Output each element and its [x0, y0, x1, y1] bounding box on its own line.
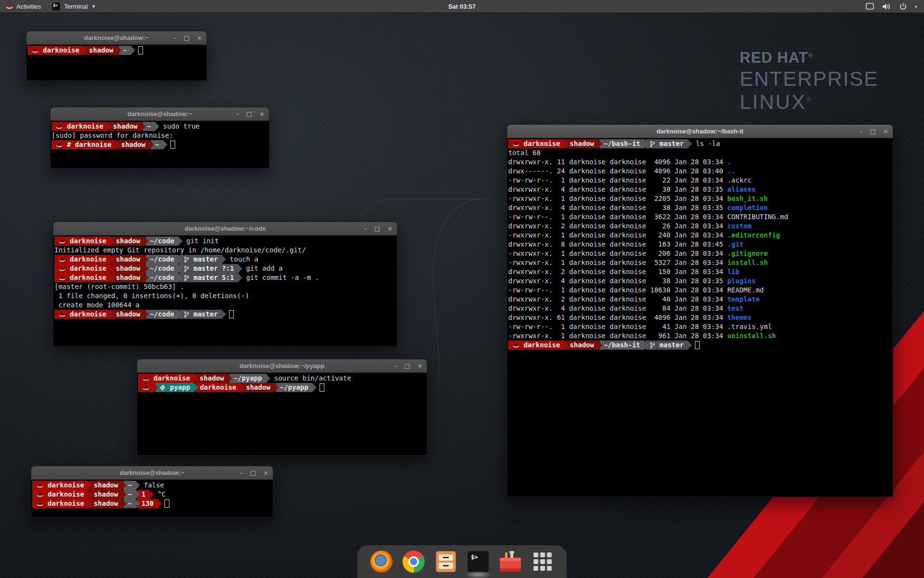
minimize-button[interactable]: –	[394, 363, 397, 369]
terminal-window[interactable]: darknoise@shadow:~ – □ × darknoiseshadow…	[26, 31, 207, 81]
terminal-line: darknoiseshadow~/pyappsource bin/activat…	[138, 374, 427, 383]
window-titlebar[interactable]: darknoise@shadow:~/pyapp – □ ×	[137, 359, 427, 373]
maximize-button[interactable]: □	[374, 225, 380, 232]
redhat-icon	[59, 257, 65, 262]
terminal-line: -rw-rw-r--. 1 darknoise darknoise 3622 J…	[508, 212, 893, 222]
terminal-window[interactable]: darknoise@shadow:~ – □ × darknoiseshadow…	[31, 466, 273, 518]
redhat-icon	[59, 266, 65, 271]
minimize-button[interactable]: –	[860, 128, 863, 134]
system-tray: ▾	[866, 0, 924, 13]
terminal-line: -rwxrwxr-x. 1 darknoise darknoise 5327 J…	[508, 258, 893, 267]
close-button[interactable]: ×	[883, 128, 888, 134]
window-titlebar[interactable]: darknoise@shadow:~/code – □ ×	[53, 222, 397, 236]
dock-item-terminal[interactable]: $>	[467, 550, 490, 573]
minimize-button[interactable]: –	[240, 470, 243, 476]
terminal-line: drwxrwxr-x. 61 darknoise darknoise 4096 …	[508, 313, 893, 322]
rhel-branding: RED HAT® ENTERPRISE LINUX®	[740, 50, 878, 112]
window-titlebar[interactable]: darknoise@shadow:~/bash-it – □ ×	[507, 125, 893, 138]
maximize-button[interactable]: □	[184, 35, 190, 41]
terminal-line: drwxrwxr-x. 2 darknoise darknoise 26 Jan…	[508, 222, 893, 231]
power-icon[interactable]	[899, 3, 907, 10]
activities-button[interactable]: Activities	[0, 0, 47, 13]
terminal-text: -rwxrwxr-x. 1 darknoise darknoise 2205 J…	[508, 194, 727, 203]
terminal-content[interactable]: darknoiseshadow~/bash-itmasterls -latota…	[507, 138, 893, 497]
close-button[interactable]: ×	[259, 111, 265, 117]
terminal-text: git commit -a -m .	[246, 273, 319, 282]
terminal-window[interactable]: darknoise@shadow:~/code – □ × darknoises…	[53, 222, 398, 347]
prompt-segment-host: shadow	[112, 273, 149, 282]
brand-line-2: ENTERPRISE	[740, 69, 878, 89]
terminal-text: total 68	[508, 148, 540, 158]
terminal-content[interactable]: darknoiseshadow~falsedarknoiseshadow~1^C…	[31, 480, 273, 517]
app-menu-terminal[interactable]: $> Terminal ▼	[47, 0, 101, 13]
prompt-segment-user: darknoise	[138, 374, 198, 383]
volume-icon[interactable]	[882, 3, 891, 10]
terminal-line: -rwxrwxr-x. 1 darknoise darknoise 240 Ja…	[508, 231, 893, 240]
maximize-button[interactable]: □	[404, 363, 410, 369]
dock-item-toolbox[interactable]	[499, 550, 522, 573]
terminal-text: -rw-rw-r--. 1 darknoise darknoise 3622 J…	[508, 212, 788, 222]
terminal-text: git init	[186, 236, 218, 246]
dock-item-files[interactable]	[435, 550, 458, 573]
terminal-line: create mode 100644 a	[54, 301, 397, 310]
redhat-icon	[37, 483, 43, 488]
terminal-text: drwxrwxr-x. 4 darknoise darknoise 38 Jan…	[508, 203, 727, 212]
dock-item-firefox[interactable]	[370, 550, 393, 573]
chevron-down-icon[interactable]: ▾	[915, 4, 917, 9]
terminal-app-icon: $>	[51, 2, 61, 11]
maximize-button[interactable]: □	[246, 111, 252, 117]
maximize-button[interactable]: □	[250, 470, 256, 476]
chrome-icon	[403, 551, 425, 573]
close-button[interactable]: ×	[387, 225, 393, 232]
dock: $>	[358, 545, 567, 578]
dock-item-app-grid[interactable]	[531, 550, 554, 573]
clock[interactable]: Sat 03:57	[448, 3, 475, 10]
terminal-content[interactable]: darknoiseshadow~sudo true[sudo] password…	[51, 121, 269, 168]
maximize-button[interactable]: □	[870, 128, 876, 134]
terminal-text: drwxrwxr-x. 2 darknoise darknoise 40 Jan…	[508, 295, 727, 304]
prompt-segment-exit: 130	[137, 499, 162, 508]
window-title: darknoise@shadow:~/bash-it	[656, 128, 744, 135]
minimize-button[interactable]: –	[236, 111, 239, 117]
redhat-icon	[56, 142, 63, 147]
minimize-button[interactable]: –	[364, 225, 367, 232]
close-button[interactable]: ×	[417, 363, 423, 369]
terminal-line: darknoiseshadow~/bash-itmaster	[508, 341, 893, 350]
prompt-segment-host: shadow	[90, 499, 127, 508]
prompt-segment-path: ~/bash-it	[599, 341, 648, 350]
redhat-icon	[59, 238, 65, 244]
terminal-cursor	[165, 499, 169, 508]
screen-icon[interactable]	[866, 3, 874, 10]
terminal-window[interactable]: darknoise@shadow:~/bash-it – □ × darknoi…	[507, 124, 893, 497]
prompt-segment-user: darknoise	[54, 310, 115, 319]
dock-item-chrome[interactable]	[402, 550, 425, 573]
terminal-line: darknoiseshadow~false	[32, 481, 273, 490]
prompt-segment-host: shadow	[109, 122, 146, 131]
minimize-button[interactable]: –	[173, 35, 177, 41]
prompt-segment-user: darknoise	[195, 383, 244, 392]
window-titlebar[interactable]: darknoise@shadow:~ – □ ×	[26, 31, 206, 45]
close-button[interactable]: ×	[197, 35, 202, 41]
terminal-content[interactable]: darknoiseshadow~/codegit initInitialized…	[53, 236, 397, 346]
terminal-line: drwxrwxr-x. 8 darknoise darknoise 163 Ja…	[508, 240, 893, 249]
window-title: darknoise@shadow:~	[84, 34, 149, 41]
window-titlebar[interactable]: darknoise@shadow:~ – □ ×	[31, 466, 273, 480]
toolbox-icon	[500, 551, 522, 573]
terminal-line: drwxrwxr-x. 11 darknoise darknoise 4096 …	[508, 158, 893, 167]
app-menu-label: Terminal	[64, 3, 88, 10]
terminal-text: drwxrwxr-x. 61 darknoise darknoise 4096 …	[508, 313, 727, 322]
terminal-window[interactable]: darknoise@shadow:~ – □ × darknoiseshadow…	[50, 107, 270, 169]
prompt-segment-host: shadow	[565, 341, 603, 350]
window-titlebar[interactable]: darknoise@shadow:~ – □ ×	[51, 107, 269, 121]
terminal-text: ^C	[157, 490, 166, 499]
terminal-window[interactable]: darknoise@shadow:~/pyapp – □ × darknoise…	[137, 359, 427, 456]
terminal-content[interactable]: darknoiseshadow~/pyappsource bin/activat…	[137, 373, 427, 455]
brand-line-1: RED HAT®	[740, 50, 878, 65]
terminal-content[interactable]: darknoiseshadow~	[26, 45, 206, 80]
terminal-line: # darknoiseshadow~	[51, 140, 269, 149]
close-button[interactable]: ×	[263, 470, 269, 476]
terminal-line: darknoiseshadow~sudo true	[51, 122, 269, 131]
terminal-line: drwxrwxr-x. 2 darknoise darknoise 150 Ja…	[508, 267, 893, 276]
terminal-line: darknoiseshadow~/bash-itmasterls -la	[508, 139, 893, 148]
prompt-segment-user: darknoise	[51, 122, 112, 131]
